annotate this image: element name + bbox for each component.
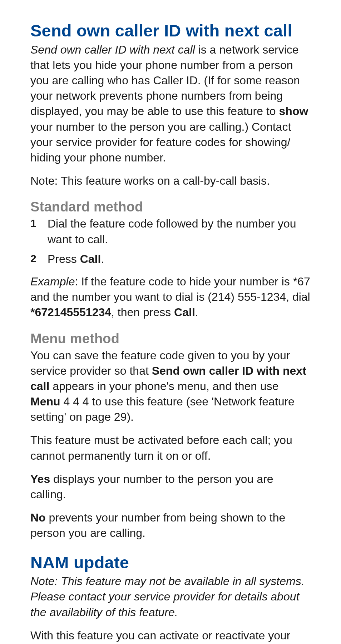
heading-nam-update: NAM update — [30, 553, 311, 572]
step-2-text-b: . — [101, 253, 104, 265]
step-2-number: 2 — [30, 251, 36, 266]
example-end: . — [195, 306, 198, 319]
example-paragraph: Example: If the feature code to hide you… — [30, 274, 311, 320]
example-mid: , then press — [111, 306, 174, 319]
nam-note-italic: Note: This feature may not be available … — [30, 574, 311, 620]
intro-text-b: your number to the person you are callin… — [30, 120, 291, 164]
heading-send-caller-id: Send own caller ID with next call — [30, 21, 311, 40]
menu-yes-rest: displays your number to the person you a… — [30, 473, 273, 501]
intro-bold-show: show — [279, 105, 308, 118]
intro-paragraph: Send own caller ID with next call is a n… — [30, 42, 311, 166]
menu-paragraph-2: This feature must be activated before ea… — [30, 433, 311, 463]
menu-paragraph-yes: Yes displays your number to the person y… — [30, 471, 311, 502]
example-label: Example — [30, 275, 75, 288]
step-1-number: 1 — [30, 216, 36, 231]
menu-p1-c: 4 4 4 to use this feature (see 'Network … — [30, 395, 295, 423]
note-text: Note: This feature works on a call-by-ca… — [30, 173, 311, 189]
nam-body: With this feature you can activate or re… — [30, 628, 311, 644]
menu-paragraph-no: No prevents your number from being shown… — [30, 510, 311, 541]
menu-paragraph-1: You can save the feature code given to y… — [30, 348, 311, 425]
step-1-text: Dial the feature code followed by the nu… — [48, 217, 296, 245]
menu-no-rest: prevents your number from being shown to… — [30, 511, 285, 539]
heading-standard-method: Standard method — [30, 199, 311, 215]
intro-italic-phrase: Send own caller ID with next call — [30, 43, 195, 56]
step-2-text-a: Press — [48, 253, 80, 265]
heading-menu-method: Menu method — [30, 331, 311, 346]
step-1: 1 Dial the feature code followed by the … — [30, 216, 311, 247]
standard-steps-list: 1 Dial the feature code followed by the … — [30, 216, 311, 267]
menu-no-bold: No — [30, 511, 46, 524]
step-2: 2 Press Call. — [30, 251, 311, 267]
menu-yes-bold: Yes — [30, 473, 50, 485]
page-container: Send own caller ID with next call Send o… — [0, 0, 341, 644]
menu-p1-bold2: Menu — [30, 395, 60, 408]
example-dialstring: *672145551234 — [30, 306, 111, 319]
example-call-bold: Call — [174, 306, 195, 319]
step-2-bold: Call — [80, 253, 101, 265]
menu-p1-b: appears in your phone's menu, and then u… — [49, 380, 278, 393]
